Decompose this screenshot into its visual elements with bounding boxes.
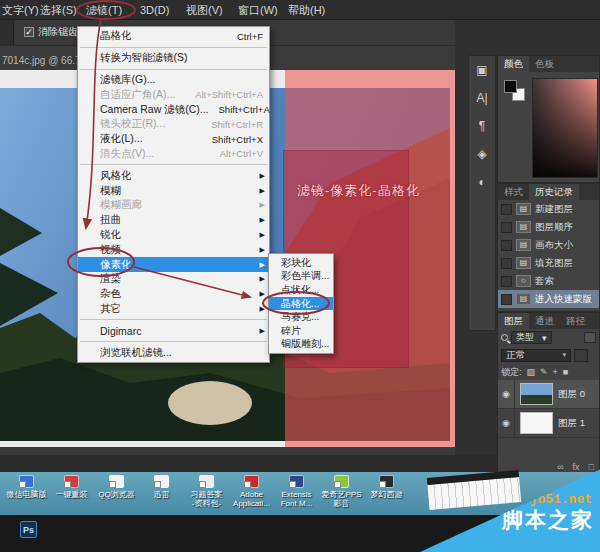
filter-menu-item[interactable]: 晶格化Ctrl+F	[78, 29, 269, 44]
color-picker-gradient[interactable]	[532, 78, 598, 178]
pixelate-submenu-item[interactable]: 铜版雕刻...	[269, 338, 333, 352]
opacity-field-fragment[interactable]	[574, 349, 588, 362]
filter-menu-item[interactable]: 扭曲▶	[78, 213, 269, 228]
photoshop-taskbar-icon[interactable]: Ps	[20, 521, 37, 538]
foreground-color-swatch[interactable]	[504, 80, 517, 93]
layer-effects-icon[interactable]: fx	[573, 462, 580, 472]
layer-thumbnail[interactable]	[520, 383, 553, 405]
blend-mode-dropdown[interactable]: 正常 ▾	[501, 349, 571, 362]
pixelate-submenu-item[interactable]: 点状化...	[269, 283, 333, 297]
adjustments-icon[interactable]: ◐	[478, 176, 485, 188]
desktop-shortcut-label: 习题答案 -资料包-	[191, 490, 223, 508]
desktop-shortcut[interactable]: Extensis Font M...	[274, 475, 319, 508]
foreground-background-swatches[interactable]	[504, 80, 526, 102]
visibility-eye-icon[interactable]: ◉	[498, 409, 515, 437]
desktop-shortcut[interactable]: 梦幻西游	[364, 475, 409, 508]
layer-mask-icon[interactable]: □	[589, 462, 594, 472]
history-state-row[interactable]: ○套索	[498, 272, 599, 290]
filter-menu-item[interactable]: 视频▶	[78, 242, 269, 257]
panel-tab-颜色[interactable]: 颜色	[498, 56, 529, 72]
menubar-item-3[interactable]: 滤镜(T)	[86, 0, 122, 20]
3d-icon[interactable]: ◈	[477, 148, 486, 160]
history-state-row[interactable]: ▤图层顺序	[498, 218, 599, 236]
filter-menu-item[interactable]: 其它▶	[78, 302, 269, 317]
pixelate-submenu-item[interactable]: 碎片	[269, 324, 333, 338]
filter-menu-item[interactable]: 镜头校正(R)...Shift+Ctrl+R	[78, 117, 269, 132]
panel-tab-图层[interactable]: 图层	[498, 313, 529, 329]
filter-menu-item[interactable]: 浏览联机滤镜...	[78, 345, 269, 360]
layer-row[interactable]: ◉图层 1	[498, 409, 599, 438]
history-source-checkbox[interactable]	[501, 276, 512, 287]
filter-menu-item[interactable]: 渲染▶	[78, 272, 269, 287]
menu-item-label: 模糊画廊	[100, 198, 142, 212]
history-source-checkbox[interactable]	[501, 294, 512, 305]
filter-menu-item[interactable]: 风格化▶	[78, 168, 269, 183]
link-layers-icon[interactable]: ∞	[557, 462, 563, 472]
menu-item-shortcut: Ctrl+F	[227, 31, 263, 42]
history-state-row[interactable]: ▤新建图层	[498, 200, 599, 218]
layer-row[interactable]: ◉图层 0	[498, 380, 599, 409]
menubar-item-4[interactable]: 3D(D)	[140, 0, 169, 20]
filter-menu-item[interactable]: 自适应广角(A)...Alt+Shift+Ctrl+A	[78, 87, 269, 102]
lock-transparency-icon[interactable]: ▨	[527, 367, 536, 377]
lock-pixels-icon[interactable]: ✎	[540, 367, 548, 377]
visibility-eye-icon[interactable]: ◉	[498, 380, 515, 408]
filter-menu-item[interactable]: 模糊▶	[78, 183, 269, 198]
panel-tab-路径[interactable]: 路径	[560, 313, 591, 329]
lock-position-icon[interactable]: +	[553, 367, 558, 377]
lock-all-icon[interactable]: ■	[563, 367, 568, 377]
filter-menu-item[interactable]: 模糊画廊▶	[78, 198, 269, 213]
history-source-checkbox[interactable]	[501, 204, 512, 215]
layer-name: 图层 0	[558, 388, 585, 401]
menubar-item-5[interactable]: 视图(V)	[186, 0, 223, 20]
desktop-shortcut[interactable]: 迅雷	[139, 475, 184, 508]
desktop-shortcut[interactable]: 爱奇艺PPS 影音	[319, 475, 364, 508]
panel-tab-样式[interactable]: 样式	[498, 184, 529, 200]
desktop-shortcut[interactable]: QQ浏览器	[94, 475, 139, 508]
filter-menu-item[interactable]: 液化(L)...Shift+Ctrl+X	[78, 132, 269, 147]
desktop-shortcut[interactable]: 微信电脑版	[4, 475, 49, 508]
panel-tab-通道[interactable]: 通道	[529, 313, 560, 329]
history-source-checkbox[interactable]	[501, 258, 512, 269]
layer-filter-toggle-icon[interactable]	[584, 332, 596, 343]
pixelate-submenu-item[interactable]: 彩块化	[269, 256, 333, 270]
desktop-shortcut[interactable]: Adobe Applicati...	[229, 475, 274, 508]
history-source-checkbox[interactable]	[501, 240, 512, 251]
filter-menu-item[interactable]: Camera Raw 滤镜(C)...Shift+Ctrl+A	[78, 102, 269, 117]
desktop-shortcut-icon	[109, 475, 124, 488]
panel-tab-色板[interactable]: 色板	[529, 56, 560, 72]
menubar-item-7[interactable]: 帮助(H)	[288, 0, 325, 20]
history-state-row[interactable]: ▤填充图层	[498, 254, 599, 272]
history-state-row[interactable]: ▤画布大小	[498, 236, 599, 254]
menubar-item-2[interactable]: 选择(S)	[40, 0, 77, 20]
clone-source-icon[interactable]: ▣	[476, 64, 487, 76]
character-icon[interactable]: A|	[476, 92, 487, 104]
menubar-item-6[interactable]: 窗口(W)	[238, 0, 278, 20]
history-state-row[interactable]: ▤进入快速蒙版	[498, 290, 599, 308]
checkbox-checked-icon[interactable]: ✓	[24, 27, 34, 37]
filter-menu-item[interactable]: 像素化▶	[78, 257, 269, 272]
desktop-shortcut[interactable]: 习题答案 -资料包-	[184, 475, 229, 508]
menubar-item-1[interactable]: 文字(Y)	[2, 0, 39, 20]
filter-menu-item[interactable]: 转换为智能滤镜(S)	[78, 51, 269, 66]
filter-menu-item[interactable]: Digimarc▶	[78, 323, 269, 338]
pixelate-submenu-item[interactable]: 马赛克...	[269, 310, 333, 324]
paragraph-icon[interactable]: ¶	[479, 120, 485, 132]
menu-item-label: 消失点(V)...	[100, 147, 154, 161]
lock-row: 锁定: ▨✎+■	[498, 364, 599, 380]
pixelate-submenu-item[interactable]: 晶格化...	[269, 297, 333, 311]
layer-thumbnail[interactable]	[520, 412, 553, 434]
layer-filter-kind-dropdown[interactable]: 类型 ▾	[511, 331, 552, 344]
layer-name: 图层 1	[558, 417, 585, 430]
panel-tab-历史记录[interactable]: 历史记录	[529, 184, 579, 200]
filter-menu-item[interactable]: 锐化▶	[78, 228, 269, 243]
filter-menu-item[interactable]: 消失点(V)...Alt+Ctrl+V	[78, 147, 269, 162]
layers-panel: 图层通道路径 类型 ▾ 正常 ▾ 锁定: ▨✎+■ ◉图层 0◉图层 1 ∞fx…	[497, 312, 600, 475]
history-source-checkbox[interactable]	[501, 222, 512, 233]
desktop-shortcut-label: 梦幻西游	[371, 490, 403, 499]
antialias-option[interactable]: ✓ 消除锯齿	[24, 25, 78, 39]
filter-menu-item[interactable]: 杂色▶	[78, 287, 269, 302]
pixelate-submenu-item[interactable]: 彩色半调...	[269, 270, 333, 284]
desktop-shortcut[interactable]: 一键重装	[49, 475, 94, 508]
filter-menu-item[interactable]: 滤镜库(G)...	[78, 73, 269, 88]
